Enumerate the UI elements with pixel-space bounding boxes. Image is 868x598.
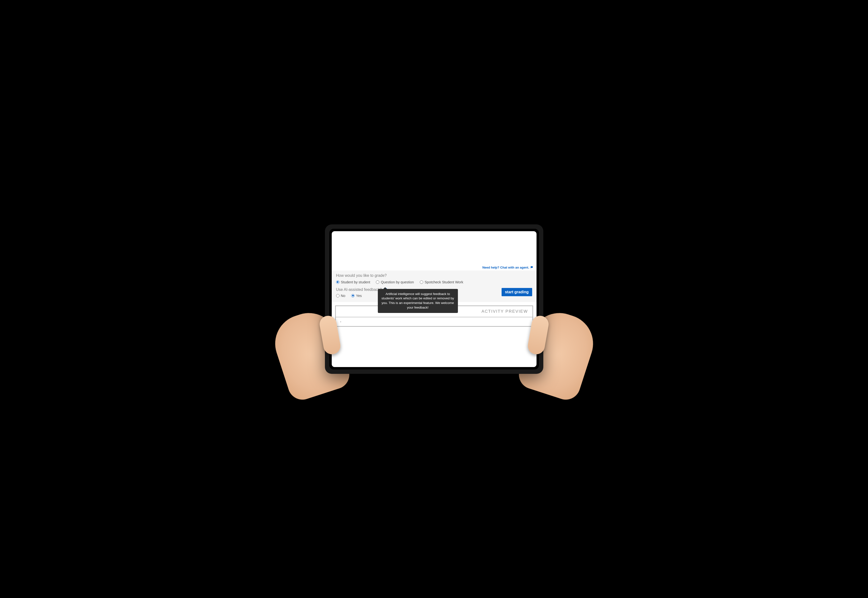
radio-label: Student by student: [341, 280, 370, 284]
help-chat-link[interactable]: Need help? Chat with an agent.: [482, 266, 533, 269]
grading-options-panel: How would you like to grade? Student by …: [332, 271, 537, 302]
help-link-text: Need help? Chat with an agent.: [482, 266, 529, 269]
tablet-bezel: Need help? Chat with an agent. How would…: [329, 229, 539, 369]
ai-feedback-question: Use AI-assisted feedback?: [336, 287, 382, 292]
radio-ai-no[interactable]: No: [336, 294, 346, 298]
radio-spotcheck[interactable]: Spotcheck Student Work: [420, 280, 463, 284]
radio-icon: [336, 280, 340, 284]
ai-feedback-radio-group: No Yes: [336, 294, 362, 298]
grading-mode-radio-group: Student by student Question by question …: [336, 280, 532, 284]
radio-icon: [351, 294, 355, 298]
radio-label: No: [341, 294, 346, 298]
radio-student-by-student[interactable]: Student by student: [336, 280, 370, 284]
grading-mode-question: How would you like to grade?: [336, 274, 532, 278]
radio-question-by-question[interactable]: Question by question: [376, 280, 414, 284]
help-link-row: Need help? Chat with an agent.: [332, 265, 537, 271]
activity-preview-title: ACTIVITY PREVIEW: [482, 309, 528, 314]
ai-info-tooltip: Artificial intelligence will suggest fee…: [378, 289, 458, 313]
radio-icon: [420, 280, 423, 284]
tablet-device-frame: Need help? Chat with an agent. How would…: [325, 224, 543, 374]
radio-ai-yes[interactable]: Yes: [351, 294, 362, 298]
radio-label: Question by question: [381, 280, 414, 284]
start-grading-button[interactable]: start grading: [501, 288, 532, 296]
radio-label: Yes: [356, 294, 362, 298]
radio-label: Spotcheck Student Work: [425, 280, 463, 284]
app-screen: Need help? Chat with an agent. How would…: [332, 231, 537, 367]
chat-icon: [530, 266, 533, 269]
activity-preview-body: -: [336, 317, 533, 326]
radio-icon: [376, 280, 379, 284]
radio-icon: [336, 294, 340, 298]
